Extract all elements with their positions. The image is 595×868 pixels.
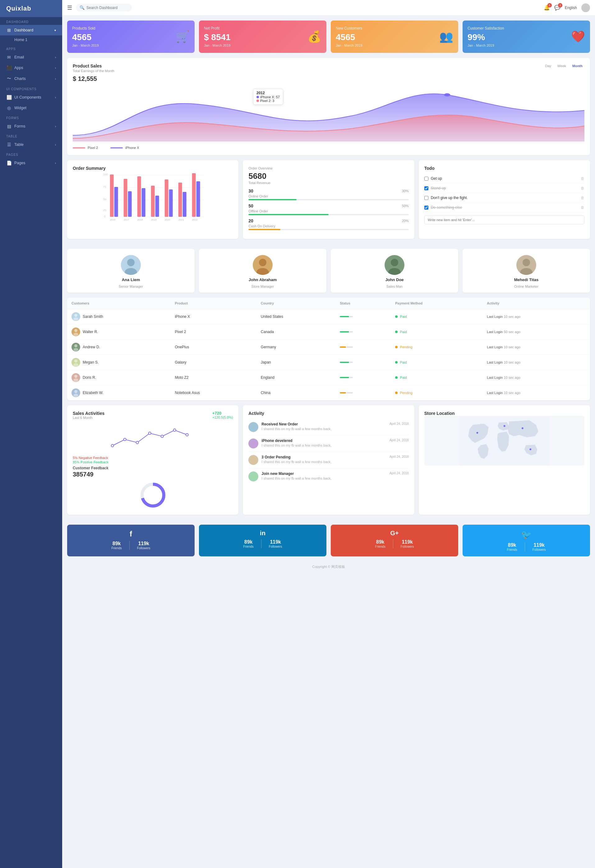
team-card-ana: Ana Liem Senior Manager — [67, 249, 194, 293]
tab-week[interactable]: Week — [555, 63, 568, 68]
order-summary-card: Order Summary 100 75 50 25 0 — [67, 160, 239, 239]
social-divider — [393, 539, 393, 548]
tab-day[interactable]: Day — [543, 63, 553, 68]
linkedin-followers-lbl: Followers — [269, 545, 282, 548]
forms-icon: ▤ — [6, 124, 12, 129]
donut-chart-wrapper — [73, 481, 233, 509]
sidebar-item-apps[interactable]: ⬛ Apps › — [0, 62, 62, 73]
payment-label: Pending — [400, 345, 412, 349]
svg-rect-13 — [110, 174, 114, 217]
stat-card-products-sold: Products Sold 4565 Jan - March 2019 🛒 — [67, 21, 194, 53]
sales-title-group: Sales Activities Last 6 Month — [73, 411, 105, 419]
svg-point-38 — [259, 259, 267, 266]
todo-new-input[interactable] — [424, 216, 585, 224]
sidebar-item-dashboard[interactable]: ⊞ Dashboard ▾ — [0, 25, 62, 35]
sidebar-item-widget[interactable]: ◎ Widget — [0, 103, 62, 113]
product-sales-chart — [73, 86, 585, 142]
sidebar-section-table: TABLE — [0, 131, 62, 139]
sales-activities-header: Sales Activities Last 6 Month +720 +120.… — [73, 411, 233, 419]
col-country: Country — [256, 298, 336, 309]
login-label: Last Login — [487, 360, 503, 364]
tooltip-pixel-row: Pixel 2: 3 — [256, 99, 280, 103]
sidebar-item-ui[interactable]: ⬜ UI Components › — [0, 92, 62, 103]
activity-time: 10 sec ago — [504, 391, 520, 395]
todo-checkbox-1[interactable] — [424, 177, 429, 181]
login-label: Last Login — [487, 345, 503, 349]
svg-text:2018: 2018 — [137, 218, 143, 220]
table-row: Doris R. Moto Z2 England Paid Last Login… — [67, 370, 590, 385]
time-tabs: Day Week Month — [543, 63, 585, 68]
todo-delete-3[interactable]: 🗑 — [581, 196, 585, 200]
customer-payment: Pending — [391, 340, 483, 355]
sidebar-item-charts[interactable]: 〜 Charts › — [0, 73, 62, 84]
todo-checkbox-3[interactable] — [424, 196, 429, 200]
offline-order-progress — [248, 214, 408, 215]
customer-name: Walter R. — [83, 330, 98, 334]
svg-text:75: 75 — [103, 185, 106, 189]
svg-text:50: 50 — [103, 198, 106, 201]
svg-text:2017: 2017 — [124, 218, 129, 220]
todo-checkbox-4[interactable] — [424, 205, 429, 210]
messages-badge: 3 — [558, 3, 563, 7]
svg-text:100: 100 — [103, 173, 108, 176]
payment-dot — [395, 331, 398, 333]
stat-label-satisfaction: Customer Satisfaction — [468, 26, 504, 31]
sidebar-item-forms[interactable]: ▤ Forms › — [0, 121, 62, 131]
heart-icon: ❤️ — [571, 30, 585, 43]
todo-text-2: Stand-up — [431, 186, 578, 190]
status-bar — [340, 331, 386, 332]
todo-text-3: Don't give up the fight. — [431, 196, 578, 200]
tab-month[interactable]: Month — [570, 63, 585, 68]
svg-point-64 — [111, 444, 114, 447]
stat-info-products: Products Sold 4565 Jan - March 2019 — [72, 26, 99, 47]
todo-delete-1[interactable]: 🗑 — [581, 176, 585, 181]
map-placeholder — [424, 416, 585, 466]
customer-activity: Last Login 10 sec ago — [483, 309, 590, 324]
sales-activities-title: Sales Activities — [73, 411, 105, 416]
search-input[interactable] — [87, 6, 127, 10]
act-content-3: 3 Order Pending April 24, 2018 I shared … — [261, 455, 408, 465]
customer-name: Doris R. — [83, 375, 96, 380]
customer-cell: Doris R. — [72, 373, 166, 382]
todo-delete-2[interactable]: 🗑 — [581, 186, 585, 190]
chevron-icon: ▾ — [54, 29, 56, 32]
charts-icon: 〜 — [6, 76, 12, 81]
customer-payment: Paid — [391, 309, 483, 324]
activity-feed-title: Activity — [248, 411, 408, 416]
todo-delete-4[interactable]: 🗑 — [581, 205, 585, 210]
todo-checkbox-2[interactable] — [424, 186, 429, 190]
tooltip-iphone-label: iPhone X: 57 — [260, 95, 280, 99]
sidebar-item-home1[interactable]: Home 1 — [0, 35, 62, 44]
user-avatar[interactable] — [581, 3, 590, 12]
sidebar-item-table[interactable]: ☰ Table › — [0, 139, 62, 150]
customer-avatar — [72, 328, 80, 336]
stat-period-satisfaction: Jan - March 2019 — [468, 44, 504, 47]
table-row: Elizabeth W. Notebook Asus China Pending… — [67, 385, 590, 400]
tooltip-iphone-row: iPhone X: 57 — [256, 95, 280, 99]
googleplus-followers-lbl: Followers — [401, 545, 414, 548]
act-header-1: Received New Order April 24, 2018 — [261, 422, 408, 427]
hamburger-button[interactable]: ☰ — [67, 4, 72, 11]
language-selector[interactable]: English — [565, 6, 577, 10]
svg-rect-16 — [128, 191, 132, 217]
facebook-followers-lbl: Followers — [137, 546, 150, 550]
login-label: Last Login — [487, 315, 503, 319]
payment-label: Paid — [400, 360, 407, 364]
customer-product: Notebook Asus — [170, 385, 256, 400]
customer-avatar — [72, 358, 80, 367]
customer-cell: Andrew D. — [72, 343, 166, 351]
sidebar: Quixlab DASHBOARD ⊞ Dashboard ▾ Home 1 A… — [0, 0, 62, 868]
notifications-button[interactable]: 🔔 5 — [544, 4, 550, 10]
social-divider — [525, 542, 525, 551]
middle-grid: Order Summary 100 75 50 25 0 — [67, 160, 590, 244]
facebook-icon: f — [72, 530, 190, 538]
customer-activity: Last Login 10 sec ago — [483, 370, 590, 385]
messages-button[interactable]: 💬 3 — [554, 4, 561, 10]
sidebar-item-email[interactable]: ✉ Email › — [0, 52, 62, 62]
svg-point-47 — [74, 314, 77, 317]
stat-period-profit: Jan - March 2019 — [204, 44, 231, 47]
total-revenue-label: Total Revenue — [248, 181, 408, 185]
offline-order-row: 50 50% Offline Order — [248, 204, 408, 215]
svg-rect-19 — [151, 186, 155, 217]
sidebar-item-pages[interactable]: 📄 Pages › — [0, 158, 62, 168]
